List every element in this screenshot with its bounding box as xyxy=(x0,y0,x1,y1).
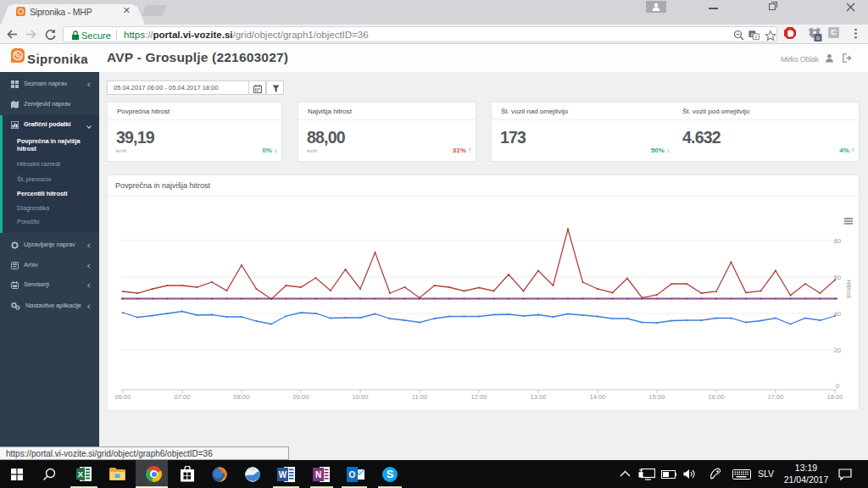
svg-text:06:00: 06:00 xyxy=(115,393,131,401)
svg-text:09:00: 09:00 xyxy=(293,393,309,401)
svg-text:11:00: 11:00 xyxy=(412,393,427,401)
svg-text:Hitrost: Hitrost xyxy=(845,280,853,299)
svg-text:14:00: 14:00 xyxy=(590,393,606,401)
svg-text:N: N xyxy=(315,470,321,480)
svg-text:13:00: 13:00 xyxy=(531,393,547,401)
svg-text:07:00: 07:00 xyxy=(175,393,191,401)
svg-text:X: X xyxy=(78,469,84,479)
svg-text:16:00: 16:00 xyxy=(709,393,725,401)
svg-text:0: 0 xyxy=(836,382,839,390)
svg-text:O: O xyxy=(349,470,356,480)
svg-text:80: 80 xyxy=(834,237,841,245)
svg-text:W: W xyxy=(279,470,287,480)
svg-text:c: c xyxy=(754,34,757,39)
svg-text:10:00: 10:00 xyxy=(353,393,369,401)
svg-text:18:00: 18:00 xyxy=(827,393,843,401)
svg-text:12:00: 12:00 xyxy=(471,393,487,401)
svg-text:17:00: 17:00 xyxy=(768,393,784,401)
svg-text:15:00: 15:00 xyxy=(649,393,665,401)
svg-text:o: o xyxy=(816,35,820,41)
svg-text:08:00: 08:00 xyxy=(234,393,250,401)
svg-text:20: 20 xyxy=(834,347,841,354)
